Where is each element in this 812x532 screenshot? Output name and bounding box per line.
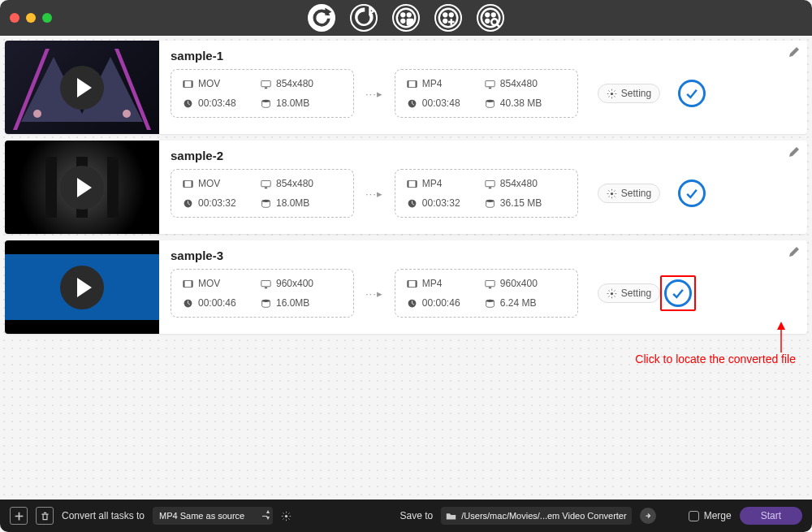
- svg-point-52: [611, 192, 613, 194]
- svg-point-6: [443, 13, 447, 17]
- film-settings-icon[interactable]: [392, 4, 420, 32]
- svg-rect-31: [489, 87, 491, 89]
- svg-rect-37: [107, 157, 119, 218]
- setting-label: Setting: [621, 288, 651, 299]
- svg-rect-4: [407, 19, 413, 25]
- src-duration: 00:03:48: [198, 97, 236, 109]
- svg-rect-28: [408, 80, 409, 87]
- svg-point-34: [611, 92, 613, 94]
- dst-resolution: 960x400: [500, 278, 538, 289]
- setting-label: Setting: [621, 88, 651, 99]
- svg-rect-48: [486, 180, 495, 186]
- start-button[interactable]: Start: [740, 507, 802, 525]
- window-controls: [10, 13, 52, 23]
- top-mode-icons: [308, 4, 504, 32]
- refresh-icon[interactable]: [350, 4, 378, 32]
- task-body: sample-1 MOV 854x480 00:03:48 18.0MB ···…: [159, 41, 807, 134]
- merge-checkbox[interactable]: [689, 511, 699, 521]
- annotation-text: Click to locate the converted file: [635, 353, 796, 365]
- svg-point-59: [262, 299, 270, 301]
- svg-point-11: [491, 13, 495, 17]
- src-resolution: 854x480: [276, 78, 313, 89]
- svg-rect-20: [184, 80, 192, 87]
- svg-rect-40: [192, 180, 193, 187]
- source-info-box: MOV 854x480 00:03:48 18.0MB: [171, 69, 354, 118]
- task-body: sample-3 MOV 960x400 00:00:46 16.0MB ···…: [159, 240, 807, 334]
- locate-file-button[interactable]: [678, 80, 706, 107]
- svg-point-33: [486, 99, 494, 102]
- svg-point-12: [486, 19, 490, 23]
- svg-rect-45: [408, 180, 417, 187]
- setting-button[interactable]: Setting: [598, 283, 660, 303]
- source-info-box: MOV 960x400 00:00:46 16.0MB: [171, 269, 354, 318]
- svg-rect-39: [184, 180, 185, 187]
- zoom-window-dot[interactable]: [42, 13, 52, 23]
- src-size: 18.0MB: [276, 97, 309, 109]
- sync-icon[interactable]: [308, 4, 335, 32]
- svg-rect-29: [415, 80, 417, 87]
- setting-button[interactable]: Setting: [598, 84, 660, 103]
- play-icon[interactable]: [60, 66, 104, 110]
- src-resolution: 854x480: [276, 178, 313, 189]
- dst-size: 6.24 MB: [500, 297, 537, 309]
- folder-icon: [446, 511, 456, 521]
- video-thumbnail[interactable]: [5, 240, 159, 334]
- film-add-icon[interactable]: [434, 4, 462, 32]
- task-list: sample-1 MOV 854x480 00:03:48 18.0MB ···…: [0, 36, 812, 500]
- save-path-text: /Users/mac/Movies/...em Video Converter: [461, 511, 626, 521]
- edit-icon[interactable]: [788, 145, 801, 158]
- task-row: sample-3 MOV 960x400 00:00:46 16.0MB ···…: [5, 240, 807, 334]
- src-size: 18.0MB: [276, 197, 309, 209]
- minimize-window-dot[interactable]: [26, 13, 36, 23]
- svg-point-8: [443, 19, 447, 23]
- annotation-highlight: [660, 275, 696, 311]
- src-format: MOV: [198, 78, 220, 89]
- play-icon[interactable]: [60, 166, 104, 210]
- svg-point-2: [407, 13, 411, 17]
- preset-select[interactable]: MP4 Same as source ▴▾: [153, 507, 273, 525]
- close-window-dot[interactable]: [10, 13, 19, 23]
- film-search-icon[interactable]: [477, 4, 504, 32]
- locate-file-button[interactable]: [664, 279, 692, 307]
- save-path-box[interactable]: /Users/mac/Movies/...em Video Converter: [441, 507, 631, 525]
- svg-point-10: [486, 13, 490, 17]
- locate-file-button[interactable]: [678, 179, 706, 207]
- svg-point-51: [486, 199, 494, 201]
- open-folder-button[interactable]: [640, 508, 656, 524]
- dst-size: 36.15 MB: [500, 197, 542, 209]
- preset-value: MP4 Same as source: [159, 511, 244, 521]
- src-size: 16.0MB: [276, 297, 309, 309]
- dest-info-box: MP4 854x480 00:03:48 40.38 MB: [395, 69, 578, 118]
- setting-button[interactable]: Setting: [598, 184, 660, 203]
- bottom-bar: Convert all tasks to MP4 Same as source …: [0, 500, 812, 532]
- dst-format: MP4: [422, 78, 443, 89]
- edit-icon[interactable]: [788, 45, 801, 58]
- src-duration: 00:03:32: [198, 197, 236, 209]
- task-body: sample-2 MOV 854x480 00:03:32 18.0MB ···…: [159, 141, 807, 234]
- merge-label: Merge: [704, 510, 732, 521]
- svg-rect-56: [261, 280, 270, 286]
- svg-rect-47: [415, 180, 417, 187]
- video-thumbnail[interactable]: [5, 41, 159, 134]
- arrow-icon: ···▸: [365, 188, 383, 200]
- svg-rect-49: [489, 187, 491, 188]
- dst-duration: 00:03:32: [422, 197, 460, 209]
- svg-point-67: [611, 292, 613, 294]
- preset-settings-icon[interactable]: [281, 511, 292, 521]
- svg-point-18: [33, 110, 41, 118]
- add-task-button[interactable]: [10, 507, 28, 525]
- src-format: MOV: [198, 178, 220, 189]
- delete-task-button[interactable]: [36, 507, 54, 525]
- svg-rect-35: [45, 157, 57, 218]
- svg-marker-69: [777, 322, 785, 330]
- convert-all-label: Convert all tasks to: [62, 510, 145, 521]
- dst-resolution: 854x480: [500, 178, 538, 189]
- arrow-icon: ···▸: [365, 288, 383, 300]
- svg-point-7: [449, 13, 453, 17]
- video-thumbnail[interactable]: [5, 141, 159, 234]
- dst-format: MP4: [422, 278, 443, 289]
- task-name: sample-3: [171, 249, 799, 262]
- src-format: MOV: [198, 278, 220, 289]
- edit-icon[interactable]: [788, 245, 801, 258]
- play-icon[interactable]: [60, 266, 104, 309]
